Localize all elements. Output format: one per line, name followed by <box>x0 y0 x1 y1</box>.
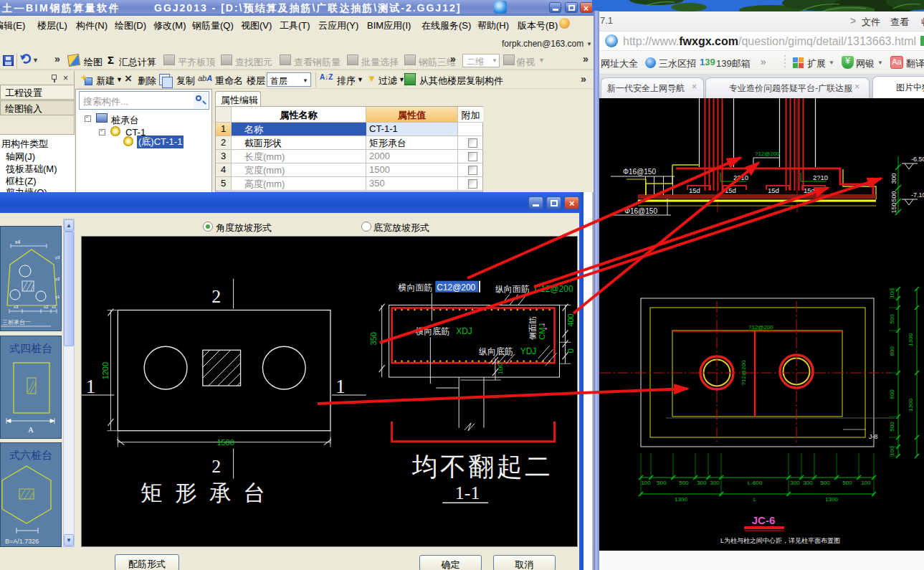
svg-text:300: 300 <box>803 480 813 486</box>
svg-text:1300: 1300 <box>908 333 914 346</box>
svg-text:1200: 1200 <box>101 362 110 379</box>
svg-text:15d: 15d <box>768 186 779 194</box>
svg-text:400: 400 <box>566 313 575 326</box>
svg-text:300: 300 <box>890 173 897 184</box>
svg-text:15d: 15d <box>725 186 736 194</box>
svg-text:100: 100 <box>861 480 871 486</box>
svg-text:J-8: J-8 <box>869 433 878 440</box>
svg-text:300: 300 <box>697 480 707 486</box>
svg-text:y2: y2 <box>55 277 60 281</box>
svg-text:500: 500 <box>889 422 895 432</box>
svg-text:侧面筋: 侧面筋 <box>528 316 537 341</box>
svg-text:x3: x3 <box>14 305 19 309</box>
svg-text:L为柱与柱之间中心距，详见柱平面布置图: L为柱与柱之间中心距，详见柱平面布置图 <box>720 537 840 544</box>
svg-text:均不翻起二: 均不翻起二 <box>411 452 553 481</box>
svg-text:YDJ: YDJ <box>520 346 537 356</box>
svg-text:15d: 15d <box>689 186 700 194</box>
svg-text:1: 1 <box>86 376 95 397</box>
svg-text:500: 500 <box>842 480 852 486</box>
svg-text:1300: 1300 <box>825 496 838 503</box>
svg-text:100: 100 <box>889 446 895 456</box>
svg-text:2: 2 <box>211 286 221 307</box>
svg-text:y1: y1 <box>55 295 60 299</box>
svg-text:1: 1 <box>335 376 345 397</box>
svg-text:500: 500 <box>657 480 667 486</box>
svg-text:横向底筋: 横向底筋 <box>414 326 449 336</box>
svg-text:XDJ: XDJ <box>456 326 472 336</box>
svg-text:Φ16@150: Φ16@150 <box>623 168 656 176</box>
svg-text:C12@200: C12@200 <box>437 282 475 293</box>
svg-text:矩形承台: 矩形承台 <box>140 480 277 505</box>
svg-text:500: 500 <box>890 191 897 201</box>
svg-text:500: 500 <box>889 314 895 324</box>
svg-text:x1: x1 <box>52 305 57 309</box>
svg-text:350: 350 <box>369 332 378 345</box>
svg-text:2?10: 2?10 <box>813 174 828 181</box>
svg-text:600: 600 <box>889 389 895 399</box>
svg-text:L-600: L-600 <box>748 480 763 486</box>
svg-text:15d: 15d <box>804 186 815 194</box>
svg-text:x2: x2 <box>44 305 49 309</box>
svg-text:2?10: 2?10 <box>733 174 748 181</box>
svg-text:100: 100 <box>641 480 651 486</box>
svg-text:三桩承台一: 三桩承台一 <box>2 319 31 326</box>
svg-text:纵向底筋: 纵向底筋 <box>479 346 513 356</box>
svg-text:1300: 1300 <box>675 496 687 503</box>
svg-text:1500: 1500 <box>216 438 234 447</box>
svg-text:L: L <box>753 496 757 503</box>
svg-text:100: 100 <box>496 362 504 374</box>
svg-text:150: 150 <box>890 202 897 213</box>
svg-text:0: 0 <box>566 348 575 353</box>
svg-text:2: 2 <box>211 456 221 477</box>
svg-text:-6.50: -6.50 <box>911 156 924 163</box>
svg-text:800: 800 <box>889 346 895 356</box>
svg-text:式四桩台: 式四桩台 <box>9 342 52 354</box>
svg-text:式六桩台: 式六桩台 <box>9 449 52 461</box>
svg-text:100: 100 <box>889 288 895 298</box>
svg-text:Φ16@150: Φ16@150 <box>624 207 657 215</box>
svg-text:-7.10: -7.10 <box>911 191 924 199</box>
svg-text:x4: x4 <box>15 239 21 244</box>
svg-text:1300: 1300 <box>908 399 914 412</box>
svg-text:500: 500 <box>679 480 689 486</box>
svg-text:300: 300 <box>790 480 800 486</box>
svg-text:纵向面筋: 纵向面筋 <box>495 284 530 294</box>
svg-text:y3: y3 <box>55 255 60 260</box>
svg-text:横向面筋: 横向面筋 <box>398 282 433 293</box>
svg-text:C12@200: C12@200 <box>535 284 573 294</box>
svg-text:300: 300 <box>710 480 720 486</box>
svg-text:1-1: 1-1 <box>455 483 480 503</box>
svg-text:A: A <box>28 425 34 434</box>
svg-text:500: 500 <box>820 480 830 486</box>
svg-text:?12@200: ?12@200 <box>755 151 780 157</box>
svg-text:B=A/1.7326: B=A/1.7326 <box>5 538 39 545</box>
svg-text:JC-6: JC-6 <box>752 514 776 526</box>
svg-text:CMJ: CMJ <box>538 323 546 339</box>
svg-text:?12@200: ?12@200 <box>748 324 773 331</box>
